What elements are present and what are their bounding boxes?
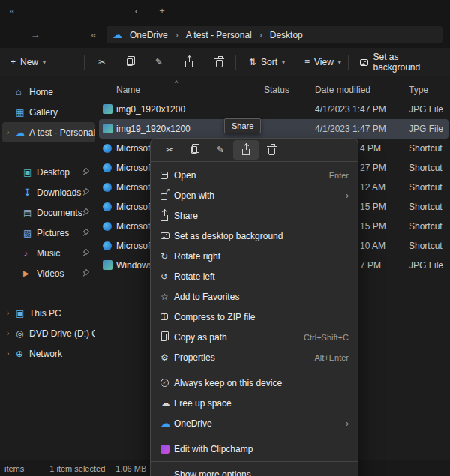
file-row[interactable]: img0_1920x1200 4/1/2023 1:47 PM JPG File xyxy=(98,100,450,119)
sidebar-item-desktop[interactable]: Desktop xyxy=(2,162,95,182)
menu-item-rotate-left[interactable]: Rotate left xyxy=(151,266,358,286)
column-header-name[interactable]: Name xyxy=(116,85,140,95)
new-tab-button[interactable] xyxy=(154,3,170,18)
sidebar-item-a-test-personal[interactable]: A test - Personal xyxy=(2,122,95,142)
pin-icon xyxy=(83,229,89,236)
sidebar-gap xyxy=(0,283,98,303)
expand-chevron-icon[interactable] xyxy=(7,309,16,317)
breadcrumb: OneDrive A test - Personal Desktop xyxy=(106,26,442,43)
sidebar-item-videos[interactable]: Videos xyxy=(2,263,95,283)
menu-item-share[interactable]: Share xyxy=(151,205,358,226)
image-file-icon xyxy=(103,104,112,114)
delete-button[interactable] xyxy=(259,140,284,160)
copy-button[interactable] xyxy=(118,52,142,73)
menu-item-set-as-desktop-background[interactable]: Set as desktop background xyxy=(151,226,358,246)
menu-item-show-more-options[interactable]: Show more options xyxy=(151,464,358,476)
sidebar-item-music[interactable]: Music xyxy=(2,243,95,263)
pin-icon xyxy=(83,250,89,256)
view-button[interactable]: View xyxy=(298,52,347,73)
share-icon xyxy=(160,215,168,221)
sidebar-item-documents[interactable]: Documents xyxy=(2,202,95,223)
share-button[interactable] xyxy=(233,140,259,160)
column-header-date-modified[interactable]: Date modified xyxy=(315,85,370,95)
menu-item-free-up-space[interactable]: Free up space xyxy=(151,393,358,413)
rename-icon xyxy=(155,57,163,67)
documents-icon xyxy=(23,208,37,218)
shortcut-file-icon xyxy=(103,202,112,211)
menu-item-copy-as-path[interactable]: Copy as path Ctrl+Shift+C xyxy=(151,327,358,347)
menu-item-compress-to-zip[interactable]: Compress to ZIP file xyxy=(151,307,358,327)
tab-scroll-right-icon[interactable] xyxy=(129,3,144,18)
keep-on-device-icon xyxy=(160,379,169,387)
menu-item-always-keep-on-device[interactable]: Always keep on this device xyxy=(151,373,358,393)
chevron-down-icon xyxy=(43,59,46,66)
expand-chevron-icon[interactable] xyxy=(7,349,16,358)
sidebar-item-home[interactable]: Home xyxy=(2,82,95,102)
sidebar-item-pictures[interactable]: Pictures xyxy=(2,223,95,243)
menu-item-rotate-right[interactable]: Rotate right xyxy=(151,246,358,266)
pin-icon xyxy=(83,209,89,216)
delete-button[interactable] xyxy=(207,52,231,73)
menu-item-onedrive[interactable]: OneDrive xyxy=(151,413,358,433)
toolbar-separator xyxy=(236,55,236,70)
chevron-down-icon xyxy=(338,59,341,66)
menu-item-edit-with-clipchamp[interactable]: Edit with Clipchamp xyxy=(151,439,358,459)
breadcrumb-item-a-test-personal[interactable]: A test - Personal xyxy=(183,28,255,42)
menu-item-open[interactable]: Open Enter xyxy=(151,165,358,185)
menu-separator xyxy=(151,436,358,436)
column-header-status[interactable]: Status xyxy=(264,85,290,95)
file-row-selected[interactable]: img19_1920x1200 4/1/2023 1:47 PM JPG Fil… xyxy=(99,119,448,139)
column-separator[interactable] xyxy=(259,85,260,97)
rename-button[interactable] xyxy=(208,140,233,160)
rotate-left-icon xyxy=(160,271,174,282)
image-file-icon xyxy=(103,124,112,133)
share-icon xyxy=(185,61,193,67)
sort-ascending-icon xyxy=(175,79,178,87)
dvd-disc-icon xyxy=(16,328,29,339)
sidebar-item-downloads[interactable]: Downloads xyxy=(2,182,95,202)
scissors-icon xyxy=(166,145,173,155)
column-headers: Name Status Date modified Type xyxy=(98,82,450,99)
sort-button-label: Sort xyxy=(261,57,278,67)
rename-button[interactable] xyxy=(147,52,171,73)
tab-scroll-left-icon[interactable] xyxy=(4,3,20,18)
set-as-background-label: Set as background xyxy=(373,52,444,73)
submenu-chevron-icon xyxy=(346,190,349,201)
sidebar-item-dvd-drive[interactable]: DVD Drive (D:) CCC xyxy=(2,323,95,343)
sidebar-gap xyxy=(0,142,98,162)
column-header-type[interactable]: Type xyxy=(409,85,428,95)
menu-item-add-to-favorites[interactable]: Add to Favorites xyxy=(151,286,358,307)
videos-icon xyxy=(23,269,37,277)
pin-icon xyxy=(83,270,89,277)
set-as-background-button[interactable]: Set as background xyxy=(354,52,450,73)
trash-icon xyxy=(216,60,223,67)
network-icon xyxy=(16,349,29,359)
sort-button[interactable]: Sort xyxy=(243,52,291,73)
sidebar-item-this-pc[interactable]: This PC xyxy=(2,303,95,323)
expand-chevron-icon[interactable] xyxy=(7,128,16,136)
share-button[interactable] xyxy=(177,52,201,73)
copy-path-icon xyxy=(160,334,166,341)
menu-item-open-with[interactable]: Open with xyxy=(151,185,358,205)
breadcrumb-item-desktop[interactable]: Desktop xyxy=(267,28,306,42)
breadcrumb-item-onedrive[interactable]: OneDrive xyxy=(127,28,171,42)
column-separator[interactable] xyxy=(404,85,404,97)
breadcrumb-overflow-icon[interactable] xyxy=(86,26,102,43)
menu-item-properties[interactable]: Properties Alt+Enter xyxy=(151,347,358,367)
sidebar-item-network[interactable]: Network xyxy=(2,343,95,364)
new-button[interactable]: New xyxy=(4,52,52,73)
properties-gear-icon xyxy=(160,352,174,363)
sidebar-item-gallery[interactable]: Gallery xyxy=(2,102,95,122)
column-separator[interactable] xyxy=(310,85,310,97)
forward-arrow-icon[interactable] xyxy=(27,26,44,43)
expand-chevron-icon[interactable] xyxy=(7,329,16,337)
shortcut-file-icon xyxy=(103,183,112,192)
pictures-icon xyxy=(23,228,37,238)
file-explorer-window: OneDrive A test - Personal Desktop New S… xyxy=(0,0,450,476)
context-menu: Open Enter Open with Share Set as deskto… xyxy=(150,138,358,476)
cut-button[interactable] xyxy=(157,140,182,160)
cut-button[interactable] xyxy=(90,52,114,73)
menu-separator xyxy=(151,370,358,370)
copy-button[interactable] xyxy=(182,140,208,160)
trash-icon xyxy=(268,148,275,155)
